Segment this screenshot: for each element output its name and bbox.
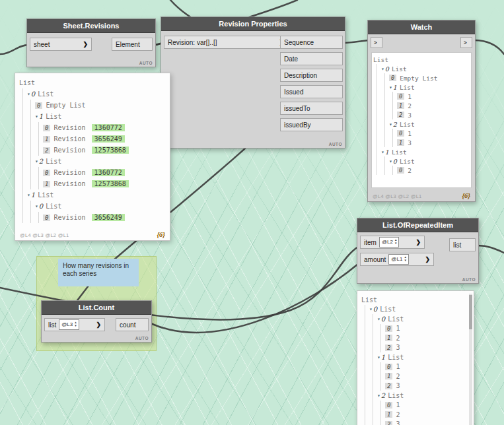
tree-guide-line	[377, 343, 385, 353]
node-title[interactable]: Watch	[368, 20, 475, 34]
scrollbar-thumb[interactable]	[469, 295, 472, 329]
output-port-list[interactable]: list	[449, 238, 476, 251]
lacing-badge[interactable]: AUTO	[139, 61, 153, 65]
expander-icon[interactable]: ▾	[35, 158, 38, 164]
scrollbar[interactable]	[469, 294, 472, 425]
tree-label: Revision	[54, 135, 85, 143]
input-port-item[interactable]: item @L2 ▲▼ ❯	[360, 236, 425, 249]
output-port-date[interactable]: Date	[280, 52, 343, 65]
list-count-badge: {6}	[157, 231, 165, 238]
note-text: How many revisions in each series	[63, 262, 129, 277]
output-port-issuedto[interactable]: issuedTo	[280, 102, 343, 115]
watch-output-port[interactable]: >	[460, 37, 472, 48]
level-tags[interactable]: @L4 @L3 @L2 @L1	[373, 193, 422, 199]
expander-icon[interactable]: ▾	[369, 306, 373, 312]
node-list-of-repeated-item[interactable]: List.OfRepeatedItem item @L2 ▲▼ ❯ amount…	[357, 218, 479, 284]
expander-icon[interactable]: ▾	[389, 121, 392, 127]
spinner-arrows-icon[interactable]: ▲▼	[404, 256, 406, 263]
tree-index: 0	[39, 203, 43, 210]
tree-guide-line	[381, 73, 389, 82]
tree-guide-line	[361, 305, 369, 315]
tree-label: Revision	[54, 147, 85, 154]
lacing-badge[interactable]: AUTO	[135, 336, 149, 341]
input-port-sheet[interactable]: sheet ❯	[30, 38, 92, 51]
tree-guide-line	[369, 401, 377, 410]
output-port-issued[interactable]: Issued	[280, 85, 343, 98]
node-revision-properties[interactable]: Revision Properties Revision: var[]..[] …	[161, 16, 345, 148]
tree-label: Revision	[54, 169, 85, 176]
node-title[interactable]: Revision Properties	[161, 17, 345, 31]
expander-icon[interactable]: ▾	[35, 114, 38, 119]
tree-guide-line	[373, 129, 381, 138]
output-port-sequence[interactable]: Sequence	[280, 36, 343, 49]
tree-value-chip: 3656249	[92, 214, 125, 221]
tree-index: 0	[385, 325, 392, 332]
node-title[interactable]: Sheet.Revisions	[27, 19, 155, 33]
tree-label: Revision	[54, 180, 85, 187]
tree-index: 0	[43, 214, 50, 221]
expander-icon[interactable]: ▾	[27, 91, 30, 97]
node-title[interactable]: List.OfRepeatedItem	[357, 218, 478, 232]
expander-icon[interactable]: ▾	[377, 316, 380, 322]
tree-guide-line	[373, 110, 381, 119]
tree-row: List	[361, 295, 466, 305]
tree-label: 2	[408, 102, 412, 110]
tree-row: ▾1List	[373, 147, 470, 156]
tree-guide-line	[361, 343, 369, 353]
watch-input-port[interactable]: >	[371, 37, 382, 48]
node-sheet-revisions[interactable]: Sheet.Revisions sheet ❯ Element AUTO	[26, 18, 156, 67]
tree-label: 3	[408, 139, 412, 147]
list-count-badge: {6}	[462, 192, 470, 199]
tree-guide-line	[369, 324, 377, 334]
port-chevron-icon: ❯	[96, 321, 101, 328]
port-label: Revision: var[]..[]	[168, 39, 217, 46]
tree-guide-line	[19, 178, 27, 189]
tree-row: 01	[361, 362, 466, 372]
input-port-list[interactable]: list @L3 ▲▼ ❯	[44, 318, 105, 331]
level-spinner[interactable]: @L3 ▲▼	[59, 319, 79, 330]
tree-guide-line	[373, 64, 381, 73]
tree-label: List	[388, 354, 404, 361]
tree-guide-line	[389, 101, 397, 110]
spinner-arrows-icon[interactable]: ▲▼	[394, 239, 397, 245]
output-port-issuedby[interactable]: issuedBy	[280, 118, 343, 131]
expander-icon[interactable]: ▾	[389, 158, 392, 164]
expander-icon[interactable]: ▾	[35, 203, 38, 209]
node-watch[interactable]: Watch > > List▾0List0Empty List▾1List011…	[367, 20, 476, 202]
tree-guide-line	[369, 381, 377, 391]
output-port-count[interactable]: count	[116, 318, 149, 331]
expander-icon[interactable]: ▾	[377, 393, 380, 399]
node-title[interactable]: List.Count	[42, 301, 151, 315]
spinner-arrows-icon[interactable]: ▲▼	[74, 321, 77, 328]
note-how-many-revisions[interactable]: How many revisions in each series	[58, 259, 139, 286]
expander-icon[interactable]: ▾	[381, 66, 384, 72]
level-spinner[interactable]: @L1 ▲▼	[388, 254, 409, 265]
tree-guide-line	[369, 352, 377, 362]
tree-value-chip: 1360772	[92, 124, 125, 131]
input-port-revision[interactable]: Revision: var[]..[] ❯	[164, 36, 288, 49]
lacing-badge[interactable]: AUTO	[462, 277, 476, 282]
port-label: item	[364, 239, 377, 246]
port-chevron-icon: ❯	[415, 239, 421, 245]
output-port-description[interactable]: Description	[280, 69, 343, 82]
tree-guide-line	[19, 100, 27, 111]
tree-index: 1	[43, 181, 50, 187]
tree-guide-line	[19, 201, 27, 212]
level-tags[interactable]: @L4 @L3 @L2 @L1	[20, 232, 69, 238]
expander-icon[interactable]: ▾	[389, 84, 392, 90]
tree-value-chip: 1360772	[92, 169, 125, 176]
tree-guide-line	[27, 133, 35, 145]
expander-icon[interactable]: ▾	[381, 149, 384, 155]
lacing-badge[interactable]: AUTO	[329, 142, 342, 147]
tree-guide-line	[19, 156, 27, 167]
tree-label: List	[38, 90, 54, 98]
tree-row: ▾1List	[361, 352, 466, 362]
input-port-amount[interactable]: amount @L1 ▲▼ ❯	[360, 253, 434, 266]
node-list-count[interactable]: List.Count list @L3 ▲▼ ❯ count AUTO	[41, 300, 152, 343]
port-label: count	[120, 321, 135, 329]
tree-guide-line	[369, 391, 377, 401]
level-spinner[interactable]: @L2 ▲▼	[379, 237, 400, 247]
expander-icon[interactable]: ▾	[377, 354, 380, 360]
expander-icon[interactable]: ▾	[27, 192, 30, 198]
output-port-element[interactable]: Element	[112, 38, 153, 51]
